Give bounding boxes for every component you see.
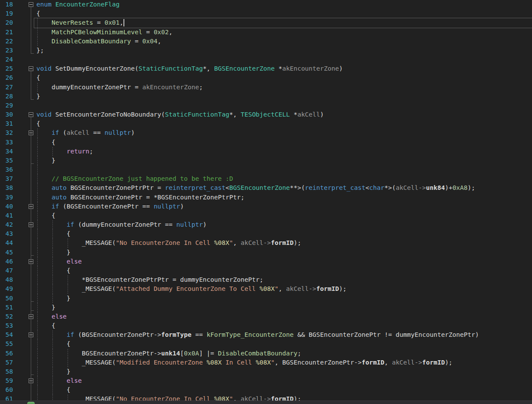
code-text[interactable] bbox=[36, 165, 532, 174]
code-line-24[interactable]: 24 bbox=[0, 55, 532, 64]
code-text[interactable]: *BGSEncounterZonePtrPtr = dummyEncounter… bbox=[36, 275, 532, 284]
code-line-25[interactable]: 25void SetDummyEncounterZone(StaticFunct… bbox=[0, 64, 532, 73]
code-line-58[interactable]: 58 } bbox=[0, 367, 532, 376]
code-text[interactable]: else bbox=[36, 257, 532, 266]
code-text[interactable]: }; bbox=[36, 46, 532, 55]
code-text[interactable]: { bbox=[36, 339, 532, 349]
code-line-46[interactable]: 46 else bbox=[0, 257, 532, 266]
code-text[interactable]: { bbox=[36, 9, 532, 18]
line-number[interactable]: 46 bbox=[0, 257, 13, 266]
code-text[interactable]: } bbox=[36, 294, 532, 303]
line-number[interactable]: 29 bbox=[0, 101, 13, 110]
code-text[interactable]: } bbox=[36, 248, 532, 257]
fold-collapse-icon[interactable] bbox=[29, 259, 33, 264]
line-number[interactable]: 21 bbox=[0, 28, 13, 37]
line-number[interactable]: 57 bbox=[0, 358, 13, 367]
code-text[interactable]: if (dummyEncounterZonePtr == nullptr) bbox=[36, 220, 532, 229]
code-text[interactable]: if (BGSEncounterZonePtr->formType == kFo… bbox=[36, 330, 532, 339]
code-line-45[interactable]: 45 } bbox=[0, 248, 532, 257]
line-number[interactable]: 40 bbox=[0, 202, 13, 211]
code-line-48[interactable]: 48 *BGSEncounterZonePtrPtr = dummyEncoun… bbox=[0, 275, 532, 284]
code-line-30[interactable]: 30void SetEncounterZoneToNoBoundary(Stat… bbox=[0, 110, 532, 119]
code-line-36[interactable]: 36 bbox=[0, 165, 532, 174]
line-number[interactable]: 51 bbox=[0, 303, 13, 312]
line-number[interactable]: 52 bbox=[0, 312, 13, 321]
code-line-37[interactable]: 37 // BGSEncounterZone just happened to … bbox=[0, 174, 532, 183]
code-text[interactable]: dummyEncounterZonePtr = akEncounterZone; bbox=[36, 83, 532, 92]
code-text[interactable]: _MESSAGE("Modified EncounterZone %08X In… bbox=[36, 358, 532, 367]
code-line-19[interactable]: 19{ bbox=[0, 9, 532, 18]
code-line-44[interactable]: 44 _MESSAGE("No EncounterZone In Cell %0… bbox=[0, 238, 532, 248]
code-line-49[interactable]: 49 _MESSAGE("Attached Dummy EncounterZon… bbox=[0, 284, 532, 293]
code-text[interactable]: NeverResets = 0x01, bbox=[36, 18, 532, 27]
code-line-35[interactable]: 35 } bbox=[0, 156, 532, 165]
line-number[interactable]: 26 bbox=[0, 73, 13, 82]
code-text[interactable]: BGSEncounterZonePtr->unk14[0x0A] |= Disa… bbox=[36, 349, 532, 358]
code-line-29[interactable]: 29 bbox=[0, 101, 532, 110]
code-text[interactable]: { bbox=[36, 119, 532, 128]
line-number[interactable]: 19 bbox=[0, 9, 13, 18]
fold-collapse-icon[interactable] bbox=[29, 204, 33, 209]
code-line-20[interactable]: 20 NeverResets = 0x01, bbox=[0, 18, 532, 27]
fold-collapse-icon[interactable] bbox=[29, 378, 33, 383]
code-text[interactable]: { bbox=[36, 229, 532, 238]
code-line-32[interactable]: 32 if (akCell == nullptr) bbox=[0, 128, 532, 137]
code-text[interactable]: { bbox=[36, 211, 532, 220]
line-number[interactable]: 25 bbox=[0, 64, 13, 73]
line-number[interactable]: 59 bbox=[0, 376, 13, 385]
line-number[interactable]: 34 bbox=[0, 147, 13, 156]
code-line-50[interactable]: 50 } bbox=[0, 294, 532, 303]
code-line-27[interactable]: 27 dummyEncounterZonePtr = akEncounterZo… bbox=[0, 83, 532, 92]
line-number[interactable]: 31 bbox=[0, 119, 13, 128]
fold-collapse-icon[interactable] bbox=[29, 66, 33, 71]
line-number[interactable]: 30 bbox=[0, 110, 13, 119]
line-number[interactable]: 43 bbox=[0, 229, 13, 238]
line-number[interactable]: 41 bbox=[0, 211, 13, 220]
line-number[interactable]: 56 bbox=[0, 349, 13, 358]
fold-collapse-icon[interactable] bbox=[29, 2, 33, 7]
code-text[interactable]: enum EncounterZoneFlag bbox=[36, 0, 532, 9]
code-text[interactable]: else bbox=[36, 312, 532, 321]
fold-collapse-icon[interactable] bbox=[29, 222, 33, 227]
line-number[interactable]: 44 bbox=[0, 238, 13, 248]
code-text[interactable] bbox=[36, 55, 532, 64]
code-line-39[interactable]: 39 auto BGSEncounterZonePtr = *BGSEncoun… bbox=[0, 193, 532, 202]
fold-collapse-icon[interactable] bbox=[29, 112, 33, 117]
line-number[interactable]: 55 bbox=[0, 339, 13, 349]
line-number[interactable]: 24 bbox=[0, 55, 13, 64]
code-text[interactable]: { bbox=[36, 321, 532, 330]
code-line-53[interactable]: 53 { bbox=[0, 321, 532, 330]
code-text[interactable]: return; bbox=[36, 147, 532, 156]
line-number[interactable]: 50 bbox=[0, 294, 13, 303]
line-number[interactable]: 38 bbox=[0, 183, 13, 192]
code-line-52[interactable]: 52 else bbox=[0, 312, 532, 321]
code-line-59[interactable]: 59 else bbox=[0, 376, 532, 385]
code-line-23[interactable]: 23}; bbox=[0, 46, 532, 55]
line-number[interactable]: 45 bbox=[0, 248, 13, 257]
code-line-42[interactable]: 42 if (dummyEncounterZonePtr == nullptr) bbox=[0, 220, 532, 229]
code-line-31[interactable]: 31{ bbox=[0, 119, 532, 128]
code-text[interactable]: { bbox=[36, 385, 532, 394]
code-text[interactable]: } bbox=[36, 367, 532, 376]
scrollbar-marker[interactable] bbox=[27, 402, 35, 404]
line-number[interactable]: 48 bbox=[0, 275, 13, 284]
line-number[interactable]: 47 bbox=[0, 266, 13, 275]
code-text[interactable]: void SetDummyEncounterZone(StaticFunctio… bbox=[36, 64, 532, 73]
code-text[interactable]: auto BGSEncounterZonePtrPtr = reinterpre… bbox=[36, 183, 532, 192]
fold-collapse-icon[interactable] bbox=[29, 332, 33, 337]
code-editor[interactable]: 18enum EncounterZoneFlag19{20 NeverReset… bbox=[0, 0, 532, 404]
code-line-34[interactable]: 34 return; bbox=[0, 147, 532, 156]
code-line-18[interactable]: 18enum EncounterZoneFlag bbox=[0, 0, 532, 9]
code-line-28[interactable]: 28} bbox=[0, 92, 532, 101]
line-number[interactable]: 23 bbox=[0, 46, 13, 55]
line-number[interactable]: 33 bbox=[0, 138, 13, 147]
code-line-43[interactable]: 43 { bbox=[0, 229, 532, 238]
code-line-47[interactable]: 47 { bbox=[0, 266, 532, 275]
code-text[interactable]: auto BGSEncounterZonePtr = *BGSEncounter… bbox=[36, 193, 532, 202]
code-text[interactable] bbox=[36, 101, 532, 110]
code-text[interactable]: DisableCombatBoundary = 0x04, bbox=[36, 37, 532, 46]
line-number[interactable]: 42 bbox=[0, 220, 13, 229]
line-number[interactable]: 54 bbox=[0, 330, 13, 339]
line-number[interactable]: 20 bbox=[0, 18, 13, 27]
line-number[interactable]: 36 bbox=[0, 165, 13, 174]
